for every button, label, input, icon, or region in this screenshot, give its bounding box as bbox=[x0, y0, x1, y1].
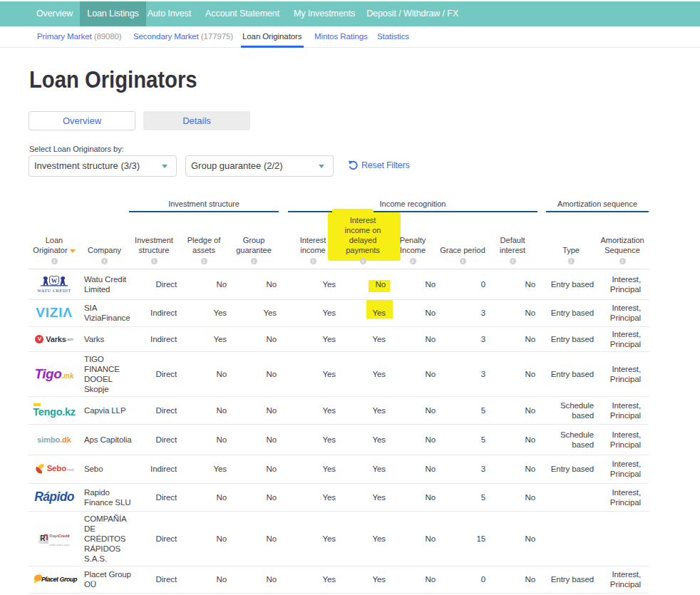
svg-text:W: W bbox=[51, 277, 58, 284]
svg-text:WATU CREDIT: WATU CREDIT bbox=[37, 288, 71, 293]
svg-text:Placet Group: Placet Group bbox=[41, 576, 78, 583]
